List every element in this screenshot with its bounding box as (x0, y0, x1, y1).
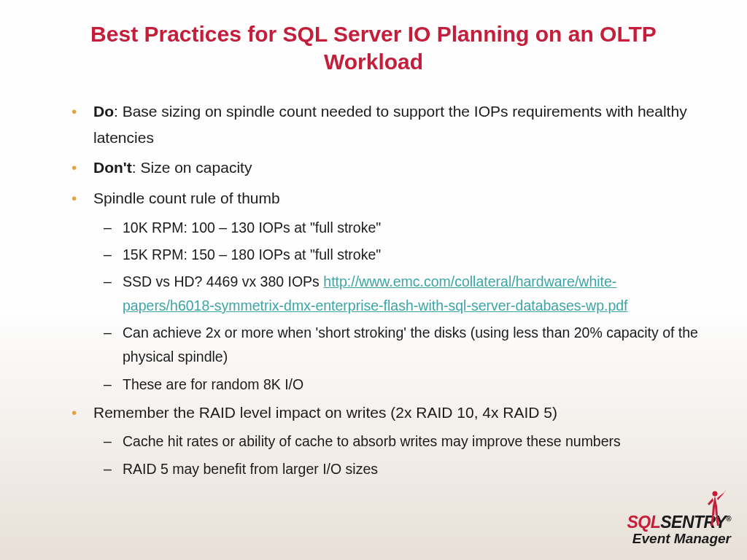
bullet-random-8k: These are for random 8K I/O (66, 373, 703, 397)
logo-subtitle: Event Manager (627, 531, 731, 547)
bullet-short-stroke: Can achieve 2x or more when 'short strok… (66, 321, 703, 369)
logo-sql-text: SQL (627, 513, 660, 532)
bullet-do: Do: Base sizing on spindle count needed … (66, 98, 703, 150)
bullet-dont: Don't: Size on capacity (66, 155, 703, 181)
bullet-dont-lead: Don't (93, 159, 132, 176)
bullet-raid5: RAID 5 may benefit from larger I/O sizes (66, 457, 703, 481)
svg-point-0 (713, 491, 718, 497)
bullet-10k-rpm: 10K RPM: 100 – 130 IOPs at "full stroke" (66, 216, 703, 240)
bullet-raid: Remember the RAID level impact on writes… (66, 400, 703, 426)
bullet-ssd-text: SSD vs HD? 4469 vx 380 IOPs (123, 273, 323, 289)
bullet-do-rest: : Base sizing on spindle count needed to… (93, 103, 687, 146)
bullet-spindle: Spindle count rule of thumb (66, 185, 703, 211)
figure-icon (700, 488, 729, 532)
bullet-15k-rpm: 15K RPM: 150 – 180 IOPs at "full stroke" (66, 243, 703, 267)
bullet-ssd-hd: SSD vs HD? 4469 vx 380 IOPs http://www.e… (66, 270, 703, 318)
bullet-dont-rest: : Size on capacity (132, 159, 252, 176)
slide-content: Do: Base sizing on spindle count needed … (0, 75, 747, 481)
bullet-do-lead: Do (93, 103, 114, 120)
bullet-cache: Cache hit rates or ability of cache to a… (66, 429, 703, 454)
sqlsentry-logo: SQLSENTRY® Event Manager (627, 513, 731, 547)
slide-title: Best Practices for SQL Server IO Plannin… (0, 0, 747, 75)
